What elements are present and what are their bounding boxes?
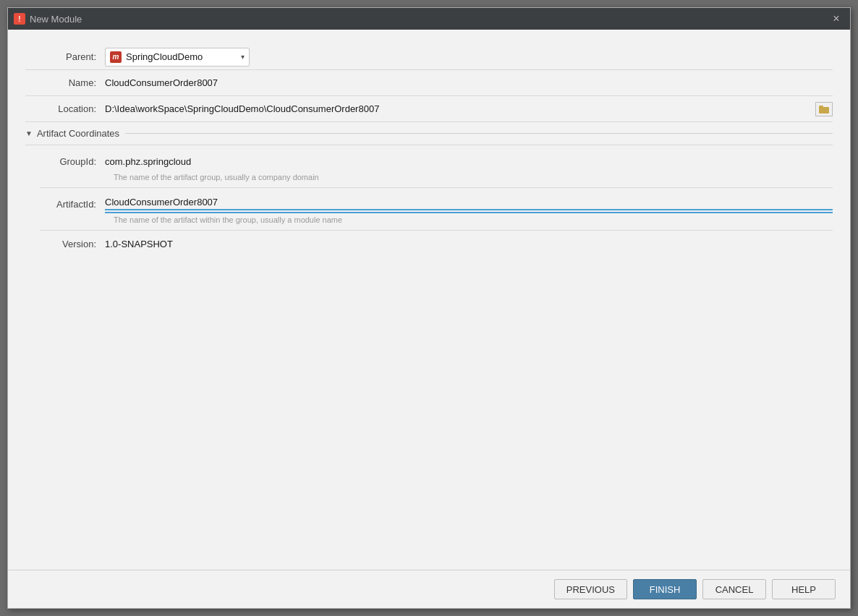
artifactid-row-main: ArtifactId:: [40, 194, 833, 214]
dialog-title: New Module: [30, 14, 82, 25]
parent-dropdown[interactable]: m SpringCloudDemo ▾: [105, 48, 250, 67]
parent-field: m SpringCloudDemo ▾: [105, 45, 833, 69]
cancel-button[interactable]: CANCEL: [702, 579, 766, 599]
artifact-section-title: Artifact Coordinates: [37, 128, 119, 139]
parent-dropdown-text: SpringCloudDemo: [126, 51, 238, 62]
location-label: Location:: [25, 103, 105, 114]
name-label: Name:: [25, 77, 105, 88]
dialog-content: Parent: m SpringCloudDemo ▾ Name: CloudC…: [8, 30, 850, 570]
version-row: Version:: [40, 231, 833, 257]
groupid-input[interactable]: [105, 155, 833, 168]
svg-rect-1: [819, 106, 823, 108]
previous-label: PREVIOUS: [566, 584, 615, 595]
close-button[interactable]: ×: [828, 11, 844, 27]
parent-dropdown-icon: m: [110, 51, 122, 63]
collapse-toggle[interactable]: ▼: [25, 129, 33, 137]
dialog-footer: PREVIOUS FINISH CANCEL HELP: [8, 570, 850, 608]
parent-row: Parent: m SpringCloudDemo ▾: [25, 44, 833, 70]
groupid-label: GroupId:: [40, 156, 105, 167]
artifactid-label: ArtifactId:: [40, 199, 105, 210]
title-bar: ! New Module ×: [8, 8, 850, 30]
chevron-down-icon: ▾: [241, 53, 245, 61]
location-value: D:\Idea\workSpace\SpringCloudDemo\CloudC…: [105, 103, 812, 114]
artifactid-row: ArtifactId: The name of the artifact wit…: [40, 188, 833, 231]
help-label: HELP: [791, 584, 816, 595]
artifactid-input[interactable]: [105, 195, 833, 210]
new-module-dialog: ! New Module × Parent: m SpringCloudDemo…: [7, 7, 851, 609]
input-active-line: [105, 212, 833, 213]
browse-button[interactable]: [815, 102, 833, 116]
location-field: D:\Idea\workSpace\SpringCloudDemo\CloudC…: [105, 102, 833, 116]
previous-button[interactable]: PREVIOUS: [554, 579, 627, 599]
parent-label: Parent:: [25, 51, 105, 62]
cancel-label: CANCEL: [715, 584, 754, 595]
finish-label: FINISH: [650, 584, 681, 595]
name-row: Name: CloudConsumerOrder8007: [25, 70, 833, 96]
version-label: Version:: [40, 239, 105, 249]
groupid-row-main: GroupId:: [40, 151, 833, 171]
finish-button[interactable]: FINISH: [633, 579, 697, 599]
svg-rect-0: [819, 107, 829, 114]
folder-icon: [819, 105, 829, 114]
groupid-hint: The name of the artifact group, usually …: [114, 171, 833, 181]
location-row: Location: D:\Idea\workSpace\SpringCloudD…: [25, 96, 833, 122]
groupid-row: GroupId: The name of the artifact group,…: [40, 145, 833, 188]
title-bar-left: ! New Module: [14, 13, 82, 25]
name-field: CloudConsumerOrder8007: [105, 74, 833, 91]
section-divider: [125, 133, 833, 134]
artifact-section-header: ▼ Artifact Coordinates: [25, 122, 833, 145]
version-input[interactable]: [105, 237, 833, 251]
name-value: CloudConsumerOrder8007: [105, 77, 218, 88]
artifactid-hint: The name of the artifact within the grou…: [114, 214, 833, 224]
help-button[interactable]: HELP: [772, 579, 836, 599]
app-icon: !: [14, 13, 25, 25]
artifact-section: GroupId: The name of the artifact group,…: [25, 145, 833, 257]
